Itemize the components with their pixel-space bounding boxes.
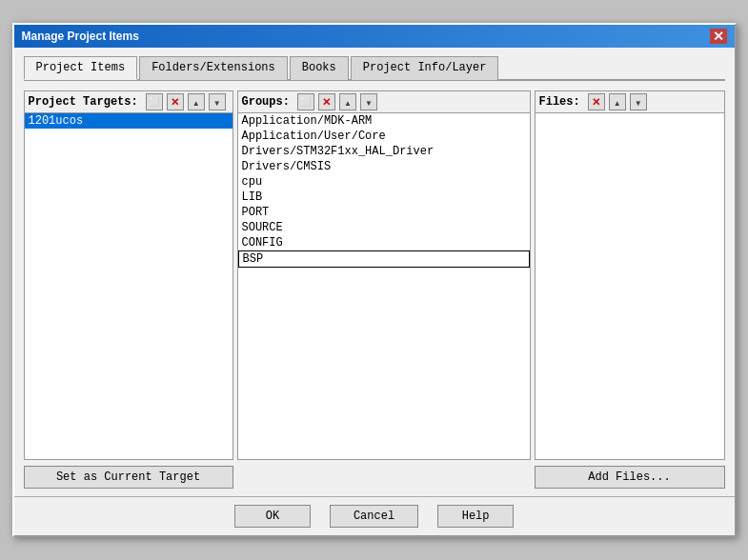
targets-delete-button[interactable]: ✕ <box>167 93 184 110</box>
set-current-target-button[interactable]: Set as Current Target <box>24 466 233 489</box>
tabs-bar: Project Items Folders/Extensions Books P… <box>24 55 725 81</box>
list-item[interactable]: cpu <box>238 174 530 190</box>
tab-project-items[interactable]: Project Items <box>24 56 138 80</box>
bottom-actions: Set as Current Target Add Files... <box>24 466 725 489</box>
close-button[interactable]: ✕ <box>710 29 727 44</box>
targets-up-button[interactable] <box>188 93 205 110</box>
list-item[interactable]: LIB <box>238 190 530 205</box>
groups-delete-button[interactable]: ✕ <box>318 93 335 110</box>
groups-list[interactable]: Application/MDK-ARMApplication/User/Core… <box>237 113 531 460</box>
arrow-down-icon <box>213 97 221 108</box>
delete-icon: ✕ <box>171 96 179 109</box>
tab-books[interactable]: Books <box>290 56 349 80</box>
dialog-body: Project Items Folders/Extensions Books P… <box>14 48 735 496</box>
targets-panel-header: Project Targets: ⬜ ✕ <box>24 90 233 113</box>
list-item[interactable]: Application/User/Core <box>238 129 530 144</box>
files-down-button[interactable] <box>630 93 647 110</box>
groups-new-button[interactable]: ⬜ <box>297 93 314 110</box>
delete-icon: ✕ <box>592 96 600 109</box>
targets-down-button[interactable] <box>209 93 226 110</box>
dialog-title: Manage Project Items <box>22 30 139 43</box>
targets-label: Project Targets: <box>29 95 138 109</box>
title-bar: Manage Project Items ✕ <box>14 25 735 48</box>
groups-down-button[interactable] <box>360 93 377 110</box>
targets-list[interactable]: 1201ucos <box>24 113 233 460</box>
cancel-button[interactable]: Cancel <box>330 505 418 528</box>
list-item[interactable]: SOURCE <box>238 220 530 235</box>
list-item[interactable]: Drivers/STM32F1xx_HAL_Driver <box>238 144 530 159</box>
groups-bottom <box>241 466 527 489</box>
files-list[interactable] <box>535 113 725 460</box>
arrow-up-icon <box>344 97 352 108</box>
files-panel-header: Files: ✕ <box>535 90 725 113</box>
files-up-button[interactable] <box>609 93 626 110</box>
help-button[interactable]: Help <box>437 505 514 528</box>
dialog-footer: OK Cancel Help <box>14 496 735 535</box>
arrow-down-icon <box>635 97 642 108</box>
list-item[interactable]: PORT <box>238 205 530 220</box>
panels-wrapper: Project Targets: ⬜ ✕ 1201ucos <box>24 90 725 460</box>
targets-bottom: Set as Current Target <box>24 466 233 489</box>
groups-label: Groups: <box>242 95 290 109</box>
targets-new-button[interactable]: ⬜ <box>146 93 163 110</box>
arrow-up-icon <box>192 97 200 108</box>
list-item[interactable]: Application/MDK-ARM <box>238 113 530 129</box>
list-item[interactable]: 1201ucos <box>25 113 232 129</box>
files-delete-button[interactable]: ✕ <box>588 93 605 110</box>
tab-project-info-layer[interactable]: Project Info/Layer <box>351 56 499 80</box>
targets-panel: Project Targets: ⬜ ✕ 1201ucos <box>24 90 233 460</box>
files-bottom: Add Files... <box>535 466 725 489</box>
groups-panel-header: Groups: ⬜ ✕ <box>237 90 531 113</box>
files-label: Files: <box>539 95 580 109</box>
tab-folders-extensions[interactable]: Folders/Extensions <box>139 56 288 80</box>
list-item[interactable]: Drivers/CMSIS <box>238 159 530 174</box>
ok-button[interactable]: OK <box>234 505 311 528</box>
new-icon: ⬜ <box>149 97 159 107</box>
list-item[interactable]: BSP <box>238 250 530 268</box>
files-panel: Files: ✕ <box>535 90 725 460</box>
add-files-button[interactable]: Add Files... <box>535 466 725 489</box>
arrow-up-icon <box>614 97 621 108</box>
groups-up-button[interactable] <box>339 93 356 110</box>
delete-icon: ✕ <box>322 96 331 109</box>
new-icon: ⬜ <box>300 97 311 107</box>
list-item[interactable]: CONFIG <box>238 235 530 250</box>
groups-panel: Groups: ⬜ ✕ Application/MDK-ARMAppli <box>237 90 531 460</box>
manage-project-dialog: Manage Project Items ✕ Project Items Fol… <box>12 23 737 537</box>
arrow-down-icon <box>365 97 373 108</box>
